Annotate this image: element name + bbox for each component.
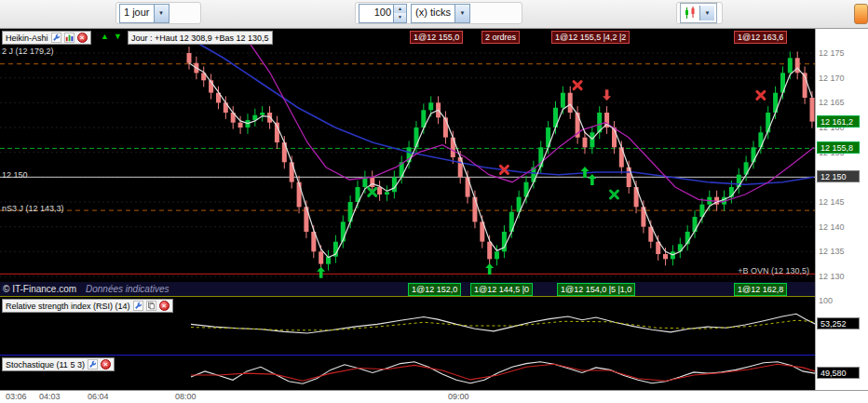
stochastic-panel: Stochastique (11 5 3) ×	[0, 355, 815, 390]
price-badge: 12 150	[817, 170, 860, 182]
rsi-line	[191, 314, 815, 333]
chevron-down-icon[interactable]: ▼	[454, 5, 469, 22]
stochastic-canvas[interactable]	[0, 356, 815, 390]
stoch-value-badge: 49,580	[817, 367, 860, 379]
rsi-scale-top-label: 100	[819, 296, 833, 305]
close-icon[interactable]: ×	[77, 33, 88, 43]
settings-wrench-icon[interactable]	[88, 359, 98, 369]
spin-down-icon[interactable]: ▼	[394, 13, 406, 22]
price-badge: 12 161,2	[817, 115, 860, 128]
trading-platform-window: 1 jour ▼ 100 ▲▼ (x) ticks ▼ ▼	[0, 0, 868, 403]
price-level-label: 2 J (12 179,2)	[2, 47, 54, 56]
session-indicator-icon[interactable]	[854, 4, 868, 24]
settings-wrench-icon[interactable]	[51, 33, 61, 43]
chart-type-button[interactable]: ▼	[680, 3, 717, 23]
buy-arrow-marker	[485, 263, 494, 275]
price-tick-label: 12 165	[819, 98, 845, 107]
indicator-chip-heikin-ashi[interactable]: Heikin-Ashi ×	[2, 31, 91, 45]
attribution-text: © IT-Finance.com	[3, 284, 76, 294]
close-icon[interactable]: ×	[159, 301, 170, 311]
stoch-d-line	[191, 364, 815, 381]
time-axis-label: 04:03	[39, 392, 61, 401]
rsi-panel: Relative strength index (RSI) (14) ×	[0, 296, 815, 351]
order-badge[interactable]: 1@12 144,5 |0	[470, 283, 533, 296]
order-badge[interactable]: 1@12 162,8	[734, 283, 787, 296]
time-axis-label: 06:04	[88, 392, 109, 401]
spinner-arrows[interactable]: ▲▼	[393, 5, 406, 22]
day-summary-chip: Jour : +Haut 12 308,9 +Bas 12 130,5	[128, 31, 273, 45]
timeframe-group: 1 jour ▼	[115, 2, 201, 24]
stochastic-title: Stochastique (11 5 3)	[6, 360, 85, 369]
settings-wrench-icon[interactable]	[133, 301, 143, 311]
ticks-count-value: 100	[359, 5, 393, 22]
ticks-unit-value: (x) ticks	[412, 5, 454, 22]
price-level-label: nS3 J (12 143,3)	[2, 204, 64, 213]
price-tick-label: 12 175	[819, 48, 845, 58]
time-axis-label: 09:00	[448, 392, 469, 401]
rsi-value-badge: 53,252	[817, 317, 860, 329]
time-axis-label: 08:00	[175, 392, 197, 401]
main-price-chart-panel: Heikin-Ashi × ▲ ▼ Jour : +Haut 12 308,9 …	[0, 28, 815, 282]
indicator-chip-rsi[interactable]: Relative strength index (RSI) (14) ×	[2, 299, 173, 313]
price-chart-canvas[interactable]	[0, 28, 815, 282]
chart-style-group: ▼	[676, 2, 723, 24]
order-badge[interactable]: 1@12 155,0	[410, 31, 463, 44]
sell-arrow-marker	[603, 89, 611, 101]
day-summary-text: Jour : +Haut 12 308,9 +Bas 12 130,5	[131, 34, 269, 43]
price-tick-label: 12 170	[819, 74, 845, 83]
time-axis[interactable]: 03:0604:0306:0408:0009:00	[0, 390, 868, 403]
ticks-count-input[interactable]: 100 ▲▼	[359, 4, 407, 23]
spin-up-icon[interactable]: ▲	[394, 5, 406, 14]
ticks-unit-select[interactable]: (x) ticks ▼	[411, 4, 470, 23]
interval-group: 100 ▲▼ (x) ticks ▼	[355, 2, 522, 24]
attribution-bar: © IT-Finance.com Données indicatives 1@1…	[0, 282, 815, 296]
order-badge[interactable]: 1@12 152,0	[408, 283, 461, 296]
price-axis[interactable]: 12 17512 17012 16512 16012 15512 15012 1…	[815, 28, 868, 390]
order-badge[interactable]: 1@12 163,6	[734, 31, 787, 44]
time-axis-label: 03:06	[6, 392, 27, 401]
price-tick-label: 12 130	[819, 272, 845, 281]
duplicate-panel-icon[interactable]	[146, 301, 156, 311]
scroll-up-icon[interactable]: ▲	[101, 32, 109, 41]
indicator-title: Heikin-Ashi	[6, 34, 48, 43]
candlestick-icon	[683, 6, 698, 20]
toolbar: 1 jour ▼ 100 ▲▼ (x) ticks ▼ ▼	[0, 0, 868, 29]
price-badge: 12 155,8	[817, 141, 860, 154]
close-icon[interactable]: ×	[101, 359, 111, 369]
ovn-level-label: +B OVN (12 130,5)	[738, 266, 809, 275]
indicator-chip-stochastic[interactable]: Stochastique (11 5 3) ×	[2, 357, 115, 371]
order-badge[interactable]: 1@12 155,5 |4,2 |2	[551, 31, 630, 44]
attribution-note: Données indicatives	[86, 284, 170, 294]
ma-slow-line	[189, 38, 814, 184]
timeframe-select[interactable]: 1 jour ▼	[119, 4, 170, 23]
chart-properties-icon[interactable]	[64, 33, 75, 43]
price-tick-label: 12 140	[819, 222, 845, 232]
price-level-label: 12 150	[2, 170, 28, 180]
buy-arrow-marker	[588, 174, 596, 185]
order-badge[interactable]: 2 ordres	[481, 31, 520, 44]
price-tick-label: 12 135	[819, 247, 845, 256]
chevron-down-icon[interactable]: ▼	[699, 6, 714, 20]
timeframe-value: 1 jour	[120, 5, 154, 22]
chevron-down-icon[interactable]: ▼	[154, 5, 169, 22]
rsi-title: Relative strength index (RSI) (14)	[6, 302, 130, 311]
scroll-down-icon[interactable]: ▼	[114, 32, 122, 41]
order-badge[interactable]: 1@12 154,0 |5 |1,0	[557, 283, 635, 296]
price-tick-label: 12 145	[819, 197, 845, 207]
